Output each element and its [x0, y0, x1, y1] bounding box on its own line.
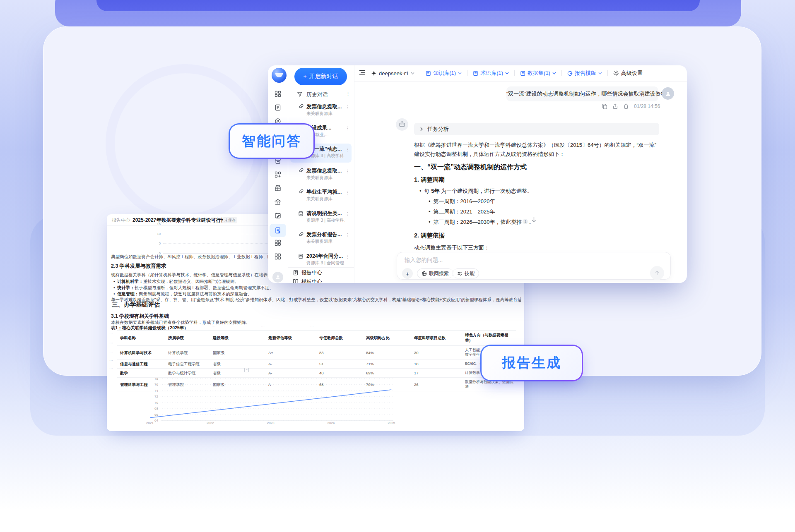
citation-badge[interactable]: 1	[523, 219, 528, 224]
dataset-selector[interactable]: 数据集(1)	[520, 69, 556, 77]
col-handle-icon[interactable]: ⋯	[161, 325, 165, 329]
history-filter-row: 历史对话 ⋮	[288, 89, 354, 99]
more-icon[interactable]: ⋮	[345, 232, 350, 238]
filter-icon[interactable]	[297, 91, 303, 97]
toc-icon[interactable]	[359, 69, 366, 77]
chevron-right-icon	[420, 127, 423, 131]
table-header-row: 学科名称所属学院 建设等级最新评估等级 专任教师总数高级职称占比 年度科研项目总…	[117, 331, 516, 346]
col-handle-icon[interactable]: ⋯	[261, 325, 265, 329]
bar-ytick: 5	[145, 242, 161, 245]
report-line-chart: 7876747270686664 20212022202320242025	[145, 376, 410, 429]
report-bullet-info: 信息管理：聚焦制度与流程，缺乏对底层算法与前沿技术的深度融合。	[113, 291, 252, 297]
web-search-toggle[interactable]: 联网搜索	[417, 268, 453, 278]
model-selector[interactable]: deepseek-r1	[371, 70, 414, 77]
attach-plus-button[interactable]: +	[402, 268, 413, 279]
message-actions: 01/28 14:56	[602, 103, 660, 109]
svg-text:70: 70	[154, 401, 158, 405]
rail-report-doc-icon-selected[interactable]	[270, 224, 286, 237]
table-add-icon[interactable]: +	[244, 368, 249, 372]
answer-paragraph-basis: 动态调整主要基于以下三方面：	[414, 243, 659, 252]
row-handle-icon[interactable]: ⋯	[109, 367, 113, 371]
history-item[interactable]: 请说明招生类...资源库 3 | 高校学科...⋮	[290, 208, 352, 227]
send-button[interactable]	[650, 266, 664, 280]
more-icon[interactable]: ⋮	[345, 105, 350, 110]
more-icon[interactable]: ⋮	[345, 126, 350, 131]
skills-button[interactable]: 技能	[453, 268, 479, 278]
bar-ytick: 15	[145, 222, 161, 226]
report-template-selector[interactable]: 报告模版	[567, 69, 602, 77]
top-band-dark	[96, 0, 700, 11]
more-icon[interactable]: ⋮	[345, 211, 350, 217]
user-avatar[interactable]	[272, 272, 283, 283]
rail-apps-icon[interactable]	[273, 238, 283, 248]
sidebar-item-report-center[interactable]: 报告中心	[293, 268, 351, 277]
answer-subbullet-3: 第三周期：2026—2030年，依此类推1。	[429, 218, 534, 226]
chat-window: deepseek-r1 知识库(1) 术语库(1) 数据集(1)	[268, 65, 687, 283]
more-icon[interactable]: ⋮	[345, 190, 350, 195]
row-handle-icon[interactable]: ⋯	[109, 351, 113, 355]
delete-icon[interactable]	[623, 103, 629, 109]
question-input[interactable]	[404, 256, 612, 264]
more-icon[interactable]: ⋮	[345, 147, 350, 152]
col-handle-icon[interactable]: ⋯	[310, 325, 314, 329]
message-timestamp: 01/28 14:56	[634, 103, 660, 109]
rail-grid-add-icon[interactable]	[273, 170, 283, 180]
row-handle-icon[interactable]: ⋯	[109, 332, 113, 336]
row-handle-icon[interactable]: ⋯	[109, 341, 113, 345]
breadcrumb-report-center[interactable]: 报告中心	[112, 217, 130, 223]
report-heading-2-3: 2.3 学科发展与教育需求	[111, 263, 166, 270]
line-xtick: 2021	[142, 421, 158, 425]
report-feature-label: 报告生成	[482, 346, 582, 380]
history-item[interactable]: 发票分析报告...未关联资源库⋮	[290, 229, 352, 248]
more-icon[interactable]: ⋮	[345, 254, 350, 259]
copy-icon[interactable]	[602, 103, 607, 109]
answer-heading-cycle: 1. 调整周期	[414, 176, 445, 184]
task-analysis-collapse[interactable]: 任务分析	[414, 123, 659, 135]
chevron-down-icon	[552, 72, 556, 74]
more-icon[interactable]: ⋮	[345, 169, 350, 174]
report-heading-3: 三、办学基础评估	[112, 301, 160, 309]
rail-bank-icon[interactable]	[273, 197, 283, 207]
rail-notebook-icon[interactable]	[273, 103, 283, 113]
stage: 报告中心 › 2025-2027年数据要素学科专业建设可行性报告 未保存 数据行…	[0, 0, 795, 532]
doc-icon	[426, 71, 431, 76]
col-handle-icon[interactable]: ⋯	[212, 325, 216, 329]
pie-icon	[567, 71, 573, 76]
toolbar-divider	[514, 70, 515, 76]
history-item[interactable]: 发票信息提取...未关联资源库⋮	[290, 101, 352, 120]
gear-icon	[613, 70, 619, 76]
history-item[interactable]: 毕业生平均就...未关联资源库⋮	[290, 187, 352, 206]
scroll-down-icon[interactable]	[531, 217, 537, 224]
database-icon	[298, 253, 304, 261]
terminology-selector[interactable]: 术语库(1)	[473, 69, 509, 77]
qa-feature-badge: 智能问答	[229, 123, 315, 159]
arrow-up-icon	[654, 270, 660, 276]
answer-heading-1: 一、“双一流”动态调整机制的运作方式	[414, 163, 527, 172]
history-item[interactable]: 发票信息提取...未关联资源库⋮	[290, 165, 352, 185]
rail-calendar-edit-icon[interactable]	[273, 211, 283, 220]
sliders-icon	[457, 271, 463, 276]
book-icon	[293, 279, 299, 283]
toolbar-divider	[561, 70, 562, 76]
advanced-settings-button[interactable]: 高级设置	[613, 69, 643, 77]
more-icon[interactable]: ⋮	[346, 91, 350, 96]
line-xtick: 2022	[202, 421, 219, 425]
table-row: 计算机科学与技术计算机学院 国家级A+ 8384% 30人工智能、大数据、区块链…	[117, 346, 516, 359]
sidebar-item-template-center[interactable]: 模板中心	[293, 277, 351, 283]
database-icon	[298, 211, 304, 218]
table-row: 信息与通信工程电子信息工程学院 省级A- 5171% 185G/6G、物联网通信	[117, 359, 516, 369]
share-icon[interactable]	[612, 103, 618, 109]
knowledge-base-selector[interactable]: 知识库(1)	[426, 69, 462, 77]
breadcrumb-separator: ›	[129, 217, 130, 222]
rail-apps-alt-icon[interactable]	[273, 252, 283, 261]
toolbar-divider	[607, 70, 608, 76]
rail-grid-icon[interactable]	[273, 89, 283, 99]
row-handle-icon[interactable]: ⋯	[109, 358, 113, 362]
qa-feature-label: 智能问答	[230, 125, 313, 158]
report-feature-badge: 报告生成	[480, 345, 583, 381]
new-chat-button[interactable]: +开启新对话	[294, 68, 347, 85]
svg-text:68: 68	[154, 407, 158, 410]
paperclip-icon	[298, 189, 304, 197]
rail-package-icon[interactable]	[273, 183, 283, 193]
line-xtick: 2024	[323, 421, 339, 425]
